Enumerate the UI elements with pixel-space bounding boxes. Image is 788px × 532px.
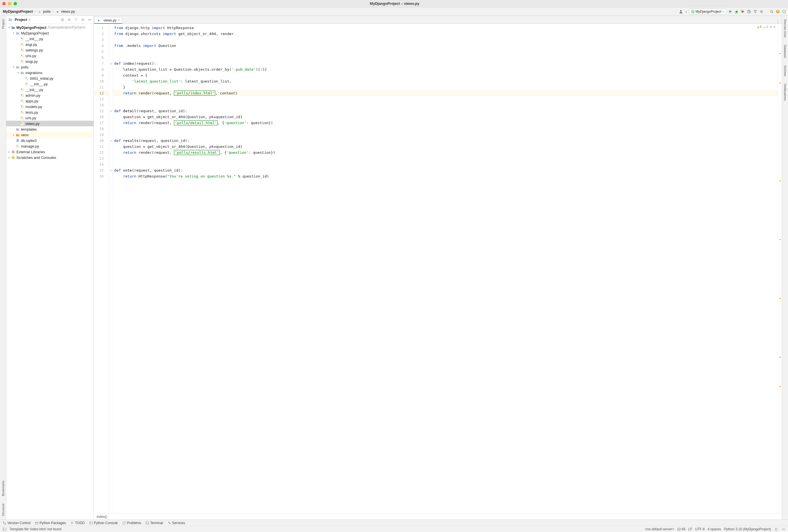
status-server[interactable]: <no default server> [645,527,674,531]
window-zoom-button[interactable] [14,2,17,5]
status-encoding[interactable]: UTF-8 [695,527,705,531]
tree-item[interactable]: db.sqlite3 [6,138,94,143]
tree-item[interactable]: views.py [6,121,94,126]
editor-gutter[interactable]: 1234567891011121314151617181920212223242… [94,24,109,513]
editor-breadcrumb-item[interactable]: index() [97,515,107,519]
status-line-separator[interactable]: LF [688,527,692,531]
python-packages-tab[interactable]: Python Packages [35,521,66,525]
window-close-button[interactable] [2,2,6,5]
tree-item[interactable]: templates [6,126,94,132]
tree-item[interactable]: ▾MyDjangoProject [6,30,94,36]
ide-logo-icon[interactable] [782,9,786,14]
code-line[interactable]: question = get_object_or_404(Question, p… [113,144,778,150]
tree-item[interactable]: ▾polls [6,64,94,70]
run-configuration-selector[interactable]: dj MyDjangoProject ▾ [689,9,726,15]
code-line[interactable] [113,161,778,168]
select-opened-file-icon[interactable] [60,18,65,22]
attach-button[interactable] [753,9,757,14]
ide-process-icon[interactable] [781,527,786,531]
code-line[interactable]: 💡 return render(request, 'polls/index.ht… [113,90,778,96]
todo-tab[interactable]: TODO [71,521,84,525]
tree-item[interactable]: __init__.py [6,87,94,93]
code-line[interactable] [113,126,778,132]
code-line[interactable]: context = { [113,72,778,78]
error-stripe[interactable] [778,24,782,513]
fold-gutter[interactable]: ⊟⊟⊟⊟ [109,24,113,513]
editor-tab-views[interactable]: ● views.py × [94,17,122,24]
tree-item[interactable]: manage.py [6,143,94,149]
code-line[interactable]: return render(request, 'polls/detail.htm… [113,120,778,126]
code-line[interactable]: from django.shortcuts import get_object_… [113,31,778,37]
tree-item[interactable]: ▾MyDjangoProject/Users/jetbrains/Pycharm [6,25,94,30]
code-line[interactable]: def detail(request, question_id): [113,108,778,114]
debug-button[interactable] [734,9,739,14]
tree-item[interactable]: ▸External Libraries [6,149,94,155]
code-line[interactable]: latest_question_list = Question.objects.… [113,66,778,72]
tree-item[interactable]: apps.py [6,98,94,104]
tree-item[interactable]: ▸venv [6,132,94,138]
tree-item[interactable]: settings.py [6,47,94,53]
code-line[interactable]: def vote(request, question_id): [113,168,778,173]
breadcrumb-project[interactable]: MyDjangoProject [2,9,34,14]
tab-actions-icon[interactable]: ⋮ [773,19,782,23]
code-line[interactable]: def results(request, question_id): [113,138,778,144]
tree-item[interactable]: models.py [6,104,94,110]
tool-windows-icon[interactable] [2,527,7,531]
project-tree[interactable]: ▾MyDjangoProject/Users/jetbrains/Pycharm… [6,24,94,519]
code-line[interactable]: } [113,84,778,90]
run-with-coverage-button[interactable] [741,9,745,14]
profile-button[interactable] [747,9,751,14]
close-tab-icon[interactable]: × [118,18,120,22]
chevron-down-icon[interactable]: ▾ [29,18,30,21]
status-cursor[interactable]: 12:45 [677,527,685,531]
lock-icon[interactable] [774,527,779,531]
code-line[interactable]: from django.http import HttpResponse [113,25,778,31]
project-tool-button[interactable]: Project [1,18,5,30]
tree-item[interactable]: 0001_initial.py [6,76,94,81]
tree-item[interactable]: asgi.py [6,42,94,47]
user-icon[interactable] [678,9,683,14]
structure-tool-button[interactable]: Structure [1,502,5,517]
code-line[interactable] [113,156,778,161]
editor-breadcrumb[interactable]: index() [94,513,782,519]
project-panel-title[interactable]: Project [15,18,27,22]
remote-host-tool-button[interactable]: Remote Host [783,18,787,38]
code-line[interactable]: from .models import Question [113,43,778,48]
code-line[interactable]: question = get_object_or_404(Question, p… [113,114,778,120]
tree-item[interactable]: __init__.py [6,36,94,42]
hide-panel-icon[interactable] [87,18,92,22]
tree-item[interactable]: ▾migrations [6,70,94,76]
stop-button[interactable] [759,9,764,14]
code-editor[interactable]: ▲6 ▲1 ʌ v from django.http import HttpRe… [113,24,778,513]
sciview-tool-button[interactable]: SciView [783,64,787,77]
code-line[interactable] [113,132,778,138]
tree-item[interactable]: tests.py [6,110,94,115]
terminal-tab[interactable]: Terminal [145,521,163,525]
code-line[interactable]: return HttpResponse("You're voting on qu… [113,173,778,179]
bookmarks-tool-button[interactable]: Bookmarks [1,479,5,497]
expand-all-icon[interactable] [67,18,72,22]
code-line[interactable] [113,37,778,43]
code-line[interactable] [113,55,778,60]
code-line[interactable]: return render(request, 'polls/results.ht… [113,150,778,156]
tree-item[interactable]: ▸Scratches and Consoles [6,155,94,160]
code-line[interactable]: def index(request): [113,60,778,66]
tree-item[interactable]: urls.py [6,53,94,59]
database-tool-button[interactable]: Database [783,43,787,59]
tree-item[interactable]: admin.py [6,93,94,98]
breadcrumb-file[interactable]: ●views.py [54,9,76,14]
collapse-all-icon[interactable] [74,18,78,22]
tree-item[interactable]: __init__.py [6,81,94,87]
tree-item[interactable]: urls.py [6,115,94,121]
version-control-tab[interactable]: Version Control [3,521,31,525]
ide-update-button[interactable] [775,9,780,14]
breadcrumb-folder[interactable]: ▸polls [37,9,52,14]
code-line[interactable]: 'latest_question_list': latest_question_… [113,78,778,84]
search-everywhere-button[interactable] [769,9,774,14]
window-minimize-button[interactable] [8,2,11,5]
python-console-tab[interactable]: Python Console [89,521,118,525]
tree-item[interactable]: wsgi.py [6,59,94,64]
services-tab[interactable]: Services [168,521,185,525]
code-line[interactable] [113,102,778,108]
problems-tab[interactable]: Problems [122,521,141,525]
